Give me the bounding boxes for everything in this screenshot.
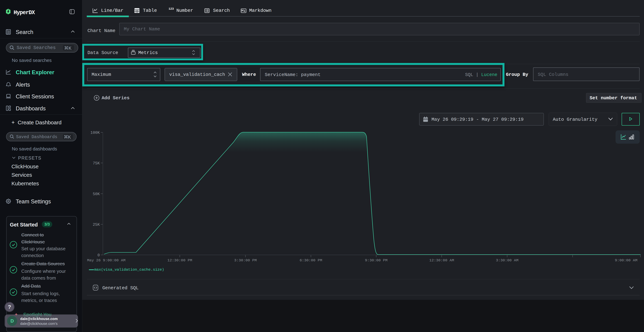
svg-text:100K: 100K <box>90 130 100 135</box>
svg-text:25K: 25K <box>93 222 100 227</box>
svg-text:50K: 50K <box>93 192 100 196</box>
svg-text:75K: 75K <box>93 161 100 166</box>
svg-text:May 26 9:00:00 AM: May 26 9:00:00 AM <box>87 258 126 262</box>
svg-text:3:30:00 AM: 3:30:00 AM <box>496 258 518 262</box>
svg-text:3:30:00 PM: 3:30:00 PM <box>234 258 257 262</box>
svg-text:12:30:00 AM: 12:30:00 AM <box>429 258 454 262</box>
svg-text:6:30:00 PM: 6:30:00 PM <box>300 258 322 262</box>
svg-text:12:30:00 PM: 12:30:00 PM <box>168 258 192 262</box>
svg-text:0: 0 <box>98 253 100 258</box>
svg-text:9:00:00 AM: 9:00:00 AM <box>615 258 638 262</box>
svg-text:9:30:00 PM: 9:30:00 PM <box>365 258 388 262</box>
